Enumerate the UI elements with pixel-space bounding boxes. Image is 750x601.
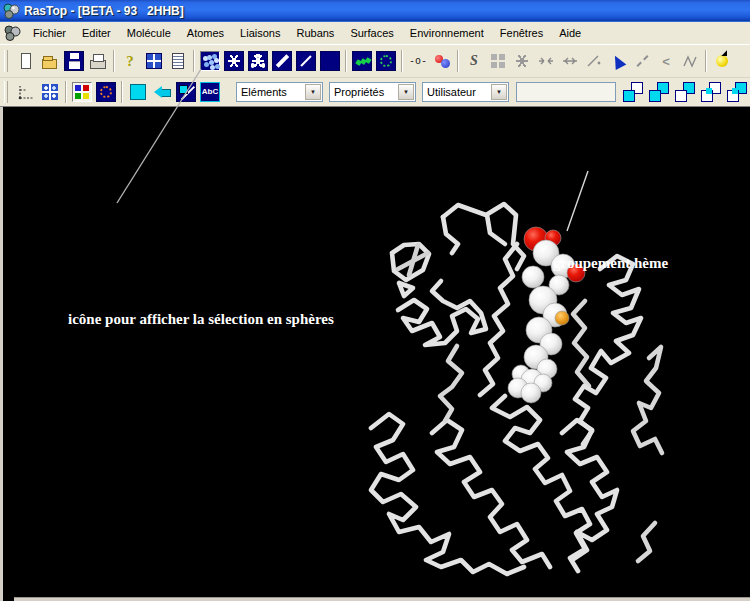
elements-combo-value: Eléments [241, 86, 287, 98]
dihedral-disabled-icon [680, 51, 700, 71]
chevron-down-icon[interactable]: ▼ [491, 84, 507, 100]
properties-combo-value: Propriétés [334, 86, 384, 98]
user-combo[interactable]: Utilisateur ▼ [422, 82, 509, 102]
dots-display-icon[interactable] [376, 51, 396, 71]
sticks-display-icon[interactable] [272, 51, 292, 71]
open-file-icon[interactable] [40, 51, 60, 71]
command-list-icon[interactable] [168, 51, 188, 71]
menu-atomes[interactable]: Atomes [179, 24, 232, 42]
menu-fenetres[interactable]: Fenêtres [492, 24, 551, 42]
window-frame-edge [14, 597, 750, 601]
light-toggle-icon[interactable] [712, 51, 732, 71]
set-new-icon[interactable] [622, 82, 644, 102]
annotation-spacefill-text: icône pour afficher la sélection en sphè… [68, 311, 334, 328]
save-file-icon[interactable] [64, 51, 84, 71]
menu-editer[interactable]: Editer [74, 24, 119, 42]
print-icon[interactable] [88, 51, 108, 71]
main-toolbar: ? ◆◆◆ -o- S < [0, 45, 750, 78]
menu-liaisons[interactable]: Liaisons [232, 24, 288, 42]
solid-display-icon[interactable] [320, 51, 340, 71]
color-palette-icon[interactable] [72, 82, 92, 102]
quadrants-icon[interactable] [40, 82, 60, 102]
separator [65, 81, 67, 103]
toolbar-grip[interactable] [4, 50, 8, 72]
window-title: RasTop - [BETA - 93 2HHB] [24, 4, 184, 18]
angle-label-disabled-icon: < [656, 51, 676, 71]
menu-rubans[interactable]: Rubans [288, 24, 342, 42]
set-remove-icon[interactable] [674, 82, 696, 102]
separator [113, 50, 115, 72]
separator [401, 50, 403, 72]
toolbar-grip[interactable] [4, 81, 8, 103]
measure-distance-out-icon [560, 51, 580, 71]
separator [705, 50, 707, 72]
slash-selection-icon[interactable] [176, 82, 196, 102]
menu-fichier[interactable]: Fichier [25, 24, 74, 42]
palette-disabled-icon [488, 51, 508, 71]
dashed-bond-disabled-icon [632, 51, 652, 71]
label-abc-icon[interactable]: AbC [200, 82, 220, 102]
set-intersect-icon[interactable] [700, 82, 722, 102]
document-molecule-icon[interactable] [4, 25, 21, 41]
measure-distance-in-icon [536, 51, 556, 71]
menu-aide[interactable]: Aide [551, 24, 589, 42]
menu-molecule[interactable]: Molécule [119, 24, 179, 42]
label-slash-icon [584, 51, 604, 71]
new-file-icon[interactable] [16, 51, 36, 71]
separator [345, 50, 347, 72]
molecule-viewport[interactable]: icône pour afficher la sélection en sphè… [0, 106, 750, 601]
chevron-down-icon[interactable]: ▼ [305, 84, 321, 100]
separator [121, 81, 123, 103]
command-input[interactable] [516, 82, 616, 102]
selection-color-icon[interactable] [128, 82, 148, 102]
spacefill-display-icon[interactable] [200, 51, 220, 71]
cpk-spheres-icon[interactable] [432, 51, 452, 71]
select-wireframe-disabled-icon [512, 51, 532, 71]
thin-sticks-display-icon[interactable] [296, 51, 316, 71]
menu-surfaces[interactable]: Surfaces [342, 24, 401, 42]
window-frame-edge [0, 107, 3, 601]
wireframe-display-icon[interactable] [224, 51, 244, 71]
axes-icon[interactable] [16, 82, 36, 102]
annotation-heme-text: groupement hème [553, 255, 668, 272]
help-icon[interactable]: ? [120, 51, 140, 71]
rastop-window: RasTop - [BETA - 93 2HHB] Fichier Editer… [0, 0, 750, 601]
ballstick-display-icon[interactable] [248, 51, 268, 71]
center-molecule-icon[interactable]: -o- [408, 51, 428, 71]
paste-selection-icon[interactable] [152, 82, 172, 102]
chevron-down-icon[interactable]: ▼ [398, 84, 414, 100]
cone-view-icon[interactable] [608, 51, 628, 71]
tile-windows-icon[interactable] [144, 51, 164, 71]
separator [457, 50, 459, 72]
protein-backbone [0, 107, 750, 601]
properties-combo[interactable]: Propriétés ▼ [329, 82, 416, 102]
ribbons-display-icon[interactable]: ◆◆◆ [352, 51, 372, 71]
elements-combo[interactable]: Eléments ▼ [236, 82, 323, 102]
selection-toolbar: AbC Eléments ▼ Propriétés ▼ Utilisateur … [0, 78, 750, 106]
app-icon [3, 3, 20, 19]
separator [193, 50, 195, 72]
menu-environnement[interactable]: Environnement [402, 24, 492, 42]
set-add-icon[interactable] [648, 82, 670, 102]
set-exclude-icon[interactable] [726, 82, 748, 102]
user-combo-value: Utilisateur [427, 86, 476, 98]
menu-bar: Fichier Editer Molécule Atomes Liaisons … [0, 22, 750, 45]
trace-icon[interactable]: S [464, 51, 484, 71]
title-bar[interactable]: RasTop - [BETA - 93 2HHB] [0, 0, 750, 22]
dots-orange-icon[interactable] [96, 82, 116, 102]
